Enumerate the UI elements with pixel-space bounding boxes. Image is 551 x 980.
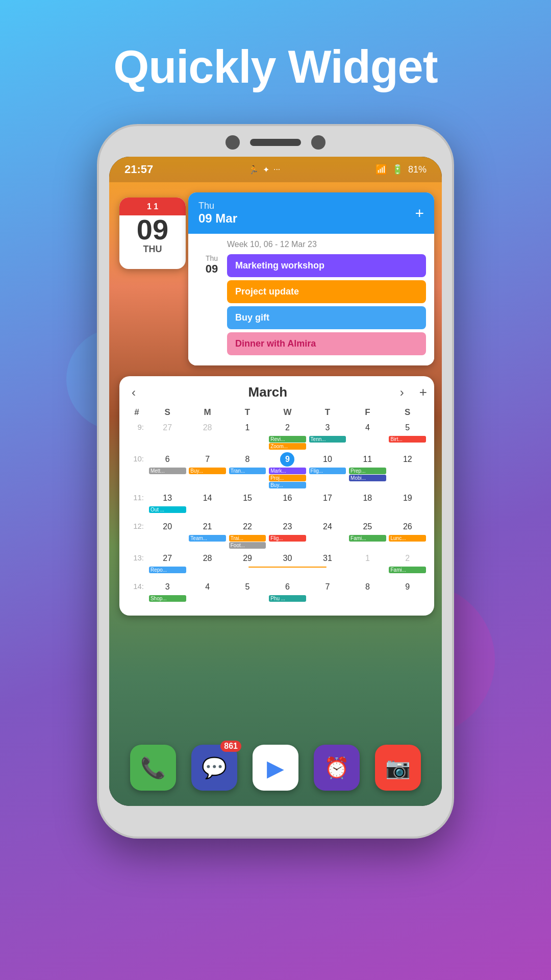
calendar-widget[interactable]: ‹ March › + # S M T W T F S <box>119 376 434 616</box>
cal-day-1-next[interactable]: 1 <box>348 551 387 578</box>
cal-day-10[interactable]: 10 Flig... <box>308 452 347 489</box>
calendar-week-13: 13: 27 Repo... 28 29 30 31 1 <box>127 551 427 578</box>
cal-day-31[interactable]: 31 <box>308 551 347 578</box>
cal-day-13[interactable]: 13 Out ... <box>148 491 187 518</box>
calendar-next-button[interactable]: › <box>395 385 409 400</box>
cal-day-23[interactable]: 23 Flig... <box>268 520 307 549</box>
cal-day-3-next[interactable]: 3 Shop... <box>148 580 187 606</box>
cal-day-8[interactable]: 8 Tran... <box>228 452 267 489</box>
event-day-label: Thu <box>198 201 237 211</box>
cal-day-2-next[interactable]: 2 Fami... <box>388 551 427 578</box>
cal-day-27[interactable]: 27 Repo... <box>148 551 187 578</box>
week-num-13: 13: <box>127 551 147 578</box>
event-header: Thu 09 Mar + <box>188 192 434 234</box>
cal-day-28-prev[interactable]: 28 <box>188 421 227 450</box>
cal-col-t2: T <box>308 407 347 418</box>
cal-day-1[interactable]: 1 <box>228 421 267 450</box>
dock-messages-app[interactable]: 💬 861 <box>191 745 237 791</box>
dock-camera-app[interactable]: 📷 <box>375 745 421 791</box>
wifi-icon: 📶 <box>375 164 387 175</box>
cal-day-5[interactable]: 5 Birt... <box>388 421 427 450</box>
status-time: 21:57 <box>124 163 153 176</box>
cal-day-6-next[interactable]: 6 Phu ... <box>268 580 307 606</box>
cal-day-4[interactable]: 4 <box>348 421 387 450</box>
cal-day-19[interactable]: 19 <box>388 491 427 518</box>
event-widget[interactable]: Thu 09 Mar + Week 10, 06 - 12 Mar 23 Thu… <box>188 192 434 365</box>
cal-day-17[interactable]: 17 <box>308 491 347 518</box>
cal-day-21[interactable]: 21 Team... <box>188 520 227 549</box>
week-num-10: 10: <box>127 452 147 489</box>
week-num-9: 9: <box>127 421 147 450</box>
cal-day-26[interactable]: 26 Lunc... <box>388 520 427 549</box>
cal-day-29[interactable]: 29 <box>228 551 267 578</box>
cal-day-12[interactable]: 12 <box>388 452 427 489</box>
front-camera-left <box>226 135 240 150</box>
messages-icon: 💬 <box>202 756 227 780</box>
signal-icon: ✦ <box>263 165 269 175</box>
cal-day-18[interactable]: 18 <box>348 491 387 518</box>
cal-day-4-next[interactable]: 4 <box>188 580 227 606</box>
app-header: Quickly Widget <box>0 0 551 114</box>
cal-day-15[interactable]: 15 <box>228 491 267 518</box>
cal-col-hash: # <box>127 407 147 418</box>
cal-col-w: W <box>268 407 307 418</box>
cal-day-27-prev[interactable]: 27 <box>148 421 187 450</box>
cal-col-f: F <box>348 407 387 418</box>
week-label: Week 10, 06 - 12 Mar 23 <box>196 240 426 249</box>
cal-day-2[interactable]: 2 Revi... Zoom... <box>268 421 307 450</box>
calendar-icon-day: THU <box>119 244 186 258</box>
calendar-icon-widget[interactable]: 1 1 09 THU <box>119 198 186 269</box>
cal-day-11[interactable]: 11 Prep... Mobi... <box>348 452 387 489</box>
event-add-button[interactable]: + <box>415 205 424 222</box>
cal-day-7[interactable]: 7 Buy... <box>188 452 227 489</box>
event-item-2[interactable]: Project update <box>227 280 426 303</box>
phone-icon: 📞 <box>140 756 166 780</box>
event-item-1[interactable]: Marketing workshop <box>227 254 426 277</box>
calendar-icon-number: 09 <box>119 215 186 244</box>
messages-badge: 861 <box>220 741 241 752</box>
cal-col-t1: T <box>228 407 267 418</box>
playstore-icon: ▶ <box>267 755 284 781</box>
cal-day-5-next[interactable]: 5 <box>228 580 267 606</box>
status-right-icons: 📶 🔋 81% <box>375 164 427 175</box>
cal-day-3[interactable]: 3 Tenn... <box>308 421 347 450</box>
calendar-add-button[interactable]: + <box>419 384 427 400</box>
event-day-column: Thu 09 <box>196 254 227 276</box>
calendar-week-14: 14: 3 Shop... 4 5 6 Phu ... 7 8 <box>127 580 427 606</box>
calendar-header-row: # S M T W T F S <box>127 407 427 418</box>
week-num-14: 14: <box>127 580 147 606</box>
cal-day-28[interactable]: 28 <box>188 551 227 578</box>
cal-day-20[interactable]: 20 <box>148 520 187 549</box>
cal-day-14[interactable]: 14 <box>188 491 227 518</box>
event-list: Marketing workshop Project update Buy gi… <box>227 254 426 355</box>
more-icon: ··· <box>273 165 280 174</box>
cal-day-6[interactable]: 6 Mett... <box>148 452 187 489</box>
app-dock: 📞 💬 861 ▶ ⏰ 📷 <box>130 745 421 791</box>
calendar-week-10: 10: 6 Mett... 7 Buy... 8 Tran... <box>127 452 427 489</box>
cal-day-8-next[interactable]: 8 <box>348 580 387 606</box>
calendar-week-11: 11: 13 Out ... 14 15 16 17 18 19 <box>127 491 427 518</box>
activity-icon: 🏃 <box>248 165 259 175</box>
camera-icon: 📷 <box>385 756 411 780</box>
event-item-3[interactable]: Buy gift <box>227 306 426 329</box>
event-item-4[interactable]: Dinner with Almira <box>227 332 426 355</box>
calendar-week-12: 12: 20 21 Team... 22 Trai... Foot... 23 <box>127 520 427 549</box>
calendar-prev-button[interactable]: ‹ <box>127 385 141 400</box>
cal-day-22[interactable]: 22 Trai... Foot... <box>228 520 267 549</box>
battery-text: 81% <box>408 164 427 175</box>
dock-phone-app[interactable]: 📞 <box>130 745 176 791</box>
cal-day-30[interactable]: 30 <box>268 551 307 578</box>
week-num-11: 11: <box>127 491 147 518</box>
cal-day-16[interactable]: 16 <box>268 491 307 518</box>
speaker-grille <box>250 139 301 146</box>
dock-clock-app[interactable]: ⏰ <box>314 745 360 791</box>
cal-day-25[interactable]: 25 Fami... <box>348 520 387 549</box>
cal-day-9-next[interactable]: 9 <box>388 580 427 606</box>
cal-day-7-next[interactable]: 7 <box>308 580 347 606</box>
dock-playstore-app[interactable]: ▶ <box>253 745 298 791</box>
front-sensors <box>226 135 325 150</box>
cal-col-s1: S <box>148 407 187 418</box>
cal-day-9-today[interactable]: 9 Mark... Proj... Buy... <box>268 452 307 489</box>
cal-day-24[interactable]: 24 <box>308 520 347 549</box>
event-day-name: Thu <box>196 254 227 262</box>
